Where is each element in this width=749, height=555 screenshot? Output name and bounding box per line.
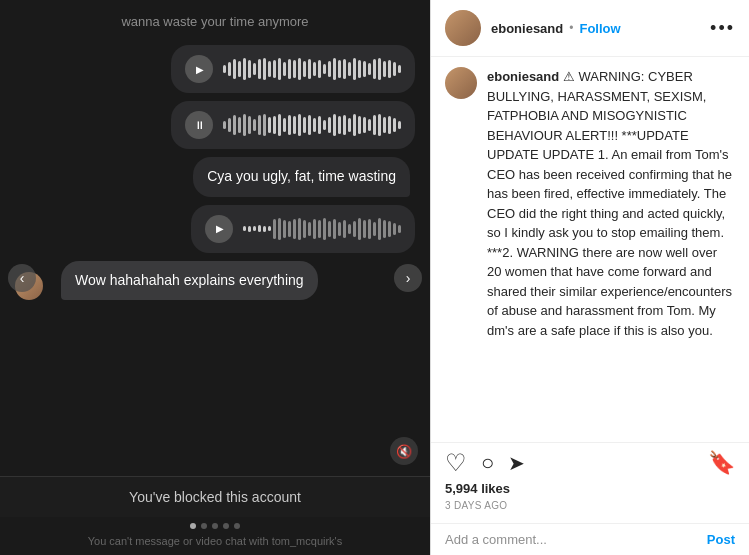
- follow-button[interactable]: Follow: [579, 21, 620, 36]
- like-button[interactable]: ♡: [445, 451, 467, 475]
- dots-indicator: [0, 517, 430, 531]
- post-profile-avatar[interactable]: [445, 10, 481, 46]
- caption-row: eboniesand ⚠ WARNING: CYBER BULLYING, HA…: [445, 67, 735, 340]
- waveform-2: [223, 113, 401, 137]
- pause-button-2[interactable]: [185, 111, 213, 139]
- received-message-row: Wow hahahahah explains everything: [15, 261, 415, 301]
- audio-message-2[interactable]: [171, 101, 415, 149]
- play-button-3[interactable]: [205, 215, 233, 243]
- caption-username[interactable]: eboniesand: [487, 69, 559, 84]
- bookmark-button[interactable]: 🔖: [708, 452, 735, 474]
- chat-top-faded-text: wanna waste your time anymore: [15, 10, 415, 37]
- next-arrow[interactable]: ›: [394, 264, 422, 292]
- play-button-1[interactable]: [185, 55, 213, 83]
- post-caption-area: eboniesand ⚠ WARNING: CYBER BULLYING, HA…: [431, 57, 749, 442]
- dot-1: [190, 523, 196, 529]
- post-username[interactable]: eboniesand: [491, 21, 563, 36]
- caption-body: ⚠ WARNING: CYBER BULLYING, HARASSMENT, S…: [487, 69, 732, 338]
- blocked-message-bar: You've blocked this account: [0, 476, 430, 517]
- comment-input[interactable]: [445, 532, 697, 547]
- post-comment-button[interactable]: Post: [707, 532, 735, 547]
- action-icons-row: ♡ ○ ➤ 🔖: [445, 451, 735, 475]
- add-comment-row: Post: [431, 523, 749, 555]
- comment-button[interactable]: ○: [481, 452, 494, 474]
- dot-5: [234, 523, 240, 529]
- dot-2: [201, 523, 207, 529]
- chat-panel: wanna waste your time anymore: [0, 0, 430, 555]
- mute-button[interactable]: 🔇: [390, 437, 418, 465]
- received-text-message-1: Wow hahahahah explains everything: [61, 261, 318, 301]
- audio-message-1[interactable]: [171, 45, 415, 93]
- audio-message-3[interactable]: [191, 205, 415, 253]
- caption-avatar: [445, 67, 477, 99]
- waveform-3: [243, 217, 401, 241]
- more-options-button[interactable]: •••: [710, 18, 735, 39]
- post-header-info: eboniesand • Follow: [491, 21, 700, 36]
- prev-arrow[interactable]: ‹: [8, 264, 36, 292]
- likes-count: 5,994 likes: [445, 481, 735, 496]
- post-header: eboniesand • Follow •••: [431, 0, 749, 57]
- caption-text: eboniesand ⚠ WARNING: CYBER BULLYING, HA…: [487, 67, 735, 340]
- waveform-1: [223, 57, 401, 81]
- cant-message-text: You can't message or video chat with tom…: [0, 531, 430, 555]
- chat-content: wanna waste your time anymore: [0, 0, 430, 476]
- time-ago: 3 DAYS AGO: [445, 500, 735, 511]
- separator-dot: •: [569, 21, 573, 35]
- sent-text-message-1: Cya you ugly, fat, time wasting: [193, 157, 410, 197]
- share-button[interactable]: ➤: [508, 453, 525, 473]
- instagram-post-panel: eboniesand • Follow ••• eboniesand ⚠ WAR…: [430, 0, 749, 555]
- dot-3: [212, 523, 218, 529]
- post-actions: ♡ ○ ➤ 🔖 5,994 likes 3 DAYS AGO: [431, 442, 749, 523]
- dot-4: [223, 523, 229, 529]
